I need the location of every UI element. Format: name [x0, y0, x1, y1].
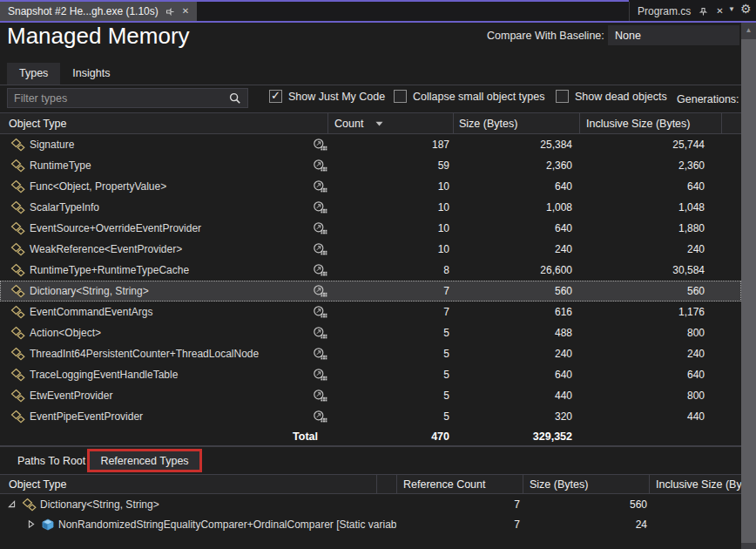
checkbox-label: Show dead objects: [575, 91, 667, 103]
inclusive-size-value: 640: [579, 180, 721, 193]
size-value: 640: [453, 180, 579, 193]
close-icon[interactable]: ✕: [716, 7, 723, 16]
size-value: 26,600: [453, 264, 579, 276]
tab-snapshot[interactable]: Snapshot #2 He...gh.exe (1.10s) ✕: [0, 2, 197, 21]
count-value: 5: [327, 348, 453, 360]
type-row[interactable]: TraceLoggingEventHandleTable5640640: [0, 364, 741, 385]
type-row[interactable]: EventCommandEventArgs76161,176: [0, 302, 741, 322]
view-instances-icon[interactable]: [313, 263, 327, 277]
collapse-toggle-icon[interactable]: [7, 499, 17, 509]
show-dead-objects-option[interactable]: Show dead objects: [556, 90, 667, 103]
view-instances-icon[interactable]: [313, 138, 327, 152]
column-size[interactable]: Size (Bytes): [523, 475, 649, 493]
size-value: 240: [453, 348, 579, 360]
baseline-combobox[interactable]: None: [608, 25, 739, 45]
type-row[interactable]: Signature18725,38425,744: [0, 134, 741, 155]
inclusive-size-value: 640: [579, 369, 721, 381]
filter-placeholder: Filter types: [14, 92, 229, 105]
class-icon: [10, 221, 25, 235]
view-instances-icon[interactable]: [313, 368, 327, 382]
count-value: 59: [327, 159, 453, 172]
view-instances-icon[interactable]: [313, 221, 327, 235]
type-row[interactable]: RuntimeType592,3602,360: [0, 155, 741, 176]
view-instances-icon[interactable]: [313, 326, 327, 340]
view-tab-bar: Types Insights: [0, 63, 741, 85]
column-object-type[interactable]: Object Type: [0, 113, 327, 133]
close-icon[interactable]: ✕: [182, 7, 189, 16]
count-value: 10: [327, 243, 453, 255]
type-row[interactable]: EventSource+OverrideEventProvider106401,…: [0, 218, 741, 239]
class-icon: [10, 305, 25, 319]
size-value: 616: [453, 306, 579, 318]
view-instances-icon[interactable]: [313, 347, 327, 361]
type-row[interactable]: Func<Object, PropertyValue>10640640: [0, 176, 741, 197]
show-just-my-code-checkbox[interactable]: [269, 90, 282, 103]
column-reference-count[interactable]: Reference Count: [396, 475, 523, 493]
count-value: 10: [327, 180, 453, 193]
type-row[interactable]: RuntimeType+RuntimeTypeCache826,60030,58…: [0, 260, 741, 281]
vertical-scrollbar[interactable]: ▲: [741, 23, 756, 549]
type-row[interactable]: ThreadInt64PersistentCounter+ThreadLocal…: [0, 343, 741, 364]
scroll-up-arrow-icon[interactable]: ▲: [741, 23, 756, 37]
count-value: 7: [327, 285, 453, 297]
view-instances-icon[interactable]: [313, 389, 327, 403]
pin-icon[interactable]: [699, 7, 708, 17]
reference-count-value: 7: [396, 498, 523, 511]
object-type-label: EventPipeEventProvider: [30, 410, 143, 423]
managed-memory-tool-window: Snapshot #2 He...gh.exe (1.10s) ✕ Progra…: [0, 0, 756, 549]
type-row[interactable]: EventPipeEventProvider5320440: [0, 406, 741, 427]
class-icon: [10, 410, 25, 424]
types-table-header: Object Type Count Size (Bytes) Inclusive…: [0, 112, 741, 134]
column-count[interactable]: Count: [327, 113, 453, 133]
view-instances-icon[interactable]: [313, 305, 327, 319]
count-value: 5: [327, 410, 453, 423]
class-icon: [10, 389, 25, 403]
checkbox-label: Collapse small object types: [413, 91, 544, 103]
view-instances-icon[interactable]: [313, 200, 327, 214]
view-instances-icon[interactable]: [313, 410, 327, 424]
class-icon: [10, 180, 25, 193]
pin-icon[interactable]: [165, 7, 175, 17]
count-value: 10: [327, 222, 453, 234]
object-type-label: Dictionary<String, String>: [40, 498, 159, 511]
size-value: 320: [453, 410, 579, 423]
view-instances-icon[interactable]: [313, 159, 327, 173]
column-inclusive-size[interactable]: Inclusive Size (Bytes): [579, 113, 721, 133]
show-dead-objects-checkbox[interactable]: [556, 90, 569, 103]
tab-paths-to-root[interactable]: Paths To Root: [7, 451, 96, 471]
gear-icon[interactable]: ⚙: [740, 3, 752, 15]
collapse-small-object-types-checkbox[interactable]: [394, 90, 407, 103]
column-inclusive-size[interactable]: Inclusive Size (Bytes): [649, 475, 741, 493]
view-instances-icon[interactable]: [313, 180, 327, 193]
column-object-type[interactable]: Object Type: [0, 475, 376, 493]
type-row[interactable]: EtwEventProvider5440800: [0, 385, 741, 406]
collapse-small-object-types-option[interactable]: Collapse small object types: [394, 90, 544, 103]
size-value: 560: [523, 498, 649, 511]
count-value: 8: [327, 264, 453, 276]
expand-toggle-icon[interactable]: [26, 519, 36, 529]
search-icon[interactable]: [229, 92, 241, 105]
type-row[interactable]: Action<Object>5488800: [0, 322, 741, 343]
show-just-my-code-option[interactable]: Show Just My Code: [269, 90, 385, 103]
referenced-type-row[interactable]: NonRandomizedStringEqualityComparer+Ordi…: [0, 514, 741, 534]
referenced-type-row[interactable]: Dictionary<String, String>7560: [0, 494, 741, 514]
view-instances-icon[interactable]: [313, 284, 327, 298]
tab-program-cs[interactable]: Program.cs ✕: [629, 2, 724, 21]
type-row[interactable]: Dictionary<String, String>7560560: [0, 281, 741, 302]
scrollbar-thumb[interactable]: [741, 39, 756, 543]
chevron-down-icon[interactable]: ▼: [728, 6, 735, 13]
size-value: 25,384: [453, 139, 579, 151]
total-label: Total: [0, 430, 327, 443]
object-instance-icon: [41, 518, 55, 532]
type-row[interactable]: ScalarTypeInfo101,0081,048: [0, 197, 741, 218]
class-icon: [10, 242, 25, 256]
tab-referenced-types[interactable]: Referenced Types: [87, 449, 202, 472]
filter-types-input[interactable]: Filter types: [7, 88, 248, 108]
column-size[interactable]: Size (Bytes): [453, 113, 579, 133]
class-icon: [10, 326, 25, 340]
class-icon: [10, 368, 25, 382]
type-row[interactable]: WeakReference<EventProvider>10240240: [0, 239, 741, 260]
tab-insights[interactable]: Insights: [60, 63, 122, 85]
view-instances-icon[interactable]: [313, 242, 327, 256]
tab-types[interactable]: Types: [7, 63, 60, 85]
